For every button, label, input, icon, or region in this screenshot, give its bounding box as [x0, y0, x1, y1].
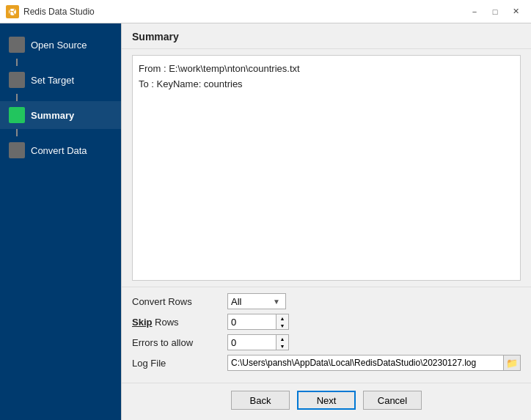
step-connector-1	[16, 59, 18, 66]
errors-spinner: ▲ ▼	[227, 334, 289, 350]
errors-decrement[interactable]: ▼	[277, 342, 288, 350]
convert-rows-select-wrapper: All Custom ▼	[227, 293, 280, 309]
sidebar-item-label-open-source: Open Source	[31, 40, 87, 51]
skip-rows-row: Skip Rows ▲ ▼	[132, 314, 521, 330]
errors-to-allow-row: Errors to allow ▲ ▼	[132, 334, 521, 350]
summary-line-to: To : KeyName: countries	[139, 77, 514, 92]
log-file-label: Log File	[132, 358, 227, 369]
close-button[interactable]: ✕	[506, 4, 525, 20]
skip-rows-decrement[interactable]: ▼	[277, 322, 288, 329]
title-bar: R Redis Data Studio − □ ✕	[0, 0, 531, 23]
sidebar-item-summary[interactable]: Summary	[0, 101, 121, 129]
convert-rows-label: Convert Rows	[132, 296, 227, 307]
log-file-row: Log File 📁	[132, 355, 521, 371]
minimize-button[interactable]: −	[465, 4, 484, 20]
set-target-step-icon	[9, 72, 25, 88]
sidebar-item-label-convert-data: Convert Data	[31, 145, 87, 156]
skip-rows-increment[interactable]: ▲	[277, 314, 288, 322]
log-file-browse-button[interactable]: 📁	[503, 355, 521, 371]
content-area: Summary From : E:\work\temp\nton\countri…	[121, 23, 531, 420]
convert-rows-select[interactable]: All Custom	[227, 293, 286, 309]
log-file-wrapper: 📁	[227, 355, 521, 371]
window-title: Redis Data Studio	[23, 7, 465, 17]
skip-label-rows: Rows	[152, 317, 178, 328]
skip-rows-spinner: ▲ ▼	[227, 314, 289, 330]
summary-step-icon	[9, 107, 25, 123]
cancel-button[interactable]: Cancel	[363, 391, 422, 410]
convert-data-step-icon	[9, 142, 25, 158]
errors-to-allow-input[interactable]	[227, 334, 276, 350]
svg-text:R: R	[9, 7, 15, 16]
skip-label-skip: Skip	[132, 317, 152, 328]
step-connector-3	[16, 129, 18, 136]
window-controls: − □ ✕	[465, 4, 525, 20]
log-file-input[interactable]	[227, 355, 503, 371]
summary-box: From : E:\work\temp\nton\countries.txt T…	[132, 55, 521, 281]
back-button[interactable]: Back	[231, 391, 290, 410]
maximize-button[interactable]: □	[486, 4, 505, 20]
open-source-step-icon	[9, 37, 25, 53]
skip-rows-spin-buttons: ▲ ▼	[276, 314, 289, 330]
step-connector-2	[16, 94, 18, 101]
sidebar-item-convert-data[interactable]: Convert Data	[0, 136, 121, 164]
errors-spin-buttons: ▲ ▼	[276, 334, 289, 350]
main-container: Open Source Set Target Summary Convert D…	[0, 23, 531, 420]
errors-to-allow-label: Errors to allow	[132, 337, 227, 348]
form-section: Convert Rows All Custom ▼ Skip Rows	[122, 287, 531, 383]
convert-rows-row: Convert Rows All Custom ▼	[132, 293, 521, 309]
skip-rows-input[interactable]	[227, 314, 276, 330]
button-row: Back Next Cancel	[122, 383, 531, 420]
content-header: Summary	[122, 23, 531, 49]
sidebar-item-open-source[interactable]: Open Source	[0, 31, 121, 59]
errors-increment[interactable]: ▲	[277, 335, 288, 342]
next-button[interactable]: Next	[297, 391, 356, 410]
skip-rows-label: Skip Rows	[132, 317, 227, 328]
app-icon: R	[6, 5, 19, 18]
sidebar-item-set-target[interactable]: Set Target	[0, 66, 121, 94]
sidebar: Open Source Set Target Summary Convert D…	[0, 23, 121, 420]
sidebar-item-label-set-target: Set Target	[31, 75, 74, 86]
summary-line-from: From : E:\work\temp\nton\countries.txt	[139, 62, 514, 77]
sidebar-item-label-summary: Summary	[31, 110, 74, 121]
folder-icon: 📁	[506, 358, 518, 369]
